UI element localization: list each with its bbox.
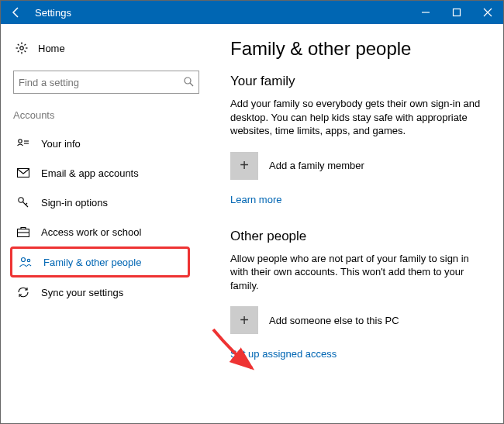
sidebar-item-signin[interactable]: Sign-in options — [13, 188, 202, 217]
sidebar-section-label: Accounts — [13, 109, 202, 121]
titlebar: Settings — [1, 1, 503, 24]
svg-line-19 — [26, 203, 27, 205]
sidebar-item-work[interactable]: Access work or school — [13, 217, 202, 246]
main-panel: Family & other people Your family Add yo… — [202, 24, 503, 423]
svg-point-23 — [27, 259, 29, 261]
back-button[interactable] — [1, 1, 32, 24]
sidebar-item-label: Sign-in options — [32, 197, 108, 209]
sidebar-item-label: Email & app accounts — [32, 167, 139, 179]
other-people-heading: Other people — [230, 229, 485, 244]
sidebar-item-your-info[interactable]: Your info — [13, 129, 202, 158]
sidebar-item-family[interactable]: Family & other people — [10, 246, 190, 277]
people-icon — [17, 257, 34, 267]
svg-point-17 — [19, 198, 23, 202]
home-nav[interactable]: Home — [13, 36, 202, 60]
add-other-user-button[interactable]: + Add someone else to this PC — [230, 306, 485, 334]
search-input[interactable] — [19, 77, 183, 88]
person-card-icon — [15, 138, 32, 149]
sidebar-item-label: Access work or school — [32, 226, 141, 238]
svg-point-2 — [20, 47, 23, 50]
window-title: Settings — [32, 7, 410, 19]
sidebar-item-label: Sync your settings — [32, 287, 123, 298]
svg-line-10 — [25, 44, 26, 46]
maximize-button[interactable] — [441, 1, 472, 24]
key-icon — [15, 196, 32, 209]
svg-point-13 — [19, 140, 22, 143]
plus-icon: + — [230, 306, 258, 334]
sidebar-item-email[interactable]: Email & app accounts — [13, 158, 202, 188]
svg-rect-1 — [454, 9, 461, 16]
arrow-left-icon — [10, 6, 22, 19]
svg-point-11 — [185, 78, 191, 84]
search-box[interactable] — [13, 71, 199, 94]
svg-line-9 — [18, 51, 19, 53]
add-family-label: Add a family member — [269, 160, 364, 171]
svg-line-8 — [25, 51, 26, 53]
gear-icon — [13, 42, 30, 54]
home-label: Home — [30, 43, 65, 54]
mail-icon — [15, 168, 32, 178]
minimize-button[interactable] — [410, 1, 441, 24]
your-family-heading: Your family — [230, 74, 485, 89]
your-family-description: Add your family so everybody gets their … — [230, 97, 485, 138]
plus-icon: + — [230, 152, 258, 180]
minimize-icon — [421, 8, 430, 17]
add-family-member-button[interactable]: + Add a family member — [230, 152, 485, 180]
add-other-label: Add someone else to this PC — [269, 315, 399, 326]
sidebar-item-label: Family & other people — [34, 257, 141, 268]
briefcase-icon — [15, 226, 32, 237]
learn-more-link[interactable]: Learn more — [230, 194, 281, 205]
sidebar: Home Accounts Your info Email & app acco… — [1, 24, 202, 423]
svg-line-12 — [190, 83, 193, 86]
close-button[interactable] — [472, 1, 503, 24]
sidebar-item-sync[interactable]: Sync your settings — [13, 277, 202, 307]
close-icon — [483, 8, 492, 17]
sync-icon — [15, 286, 32, 298]
sidebar-item-label: Your info — [32, 138, 81, 150]
search-icon — [183, 76, 194, 89]
page-title: Family & other people — [230, 38, 485, 60]
svg-line-7 — [18, 44, 19, 46]
assigned-access-link[interactable]: Set up assigned access — [230, 348, 337, 360]
maximize-icon — [452, 8, 461, 17]
other-people-description: Allow people who are not part of your fa… — [230, 252, 485, 293]
svg-point-22 — [22, 258, 26, 262]
